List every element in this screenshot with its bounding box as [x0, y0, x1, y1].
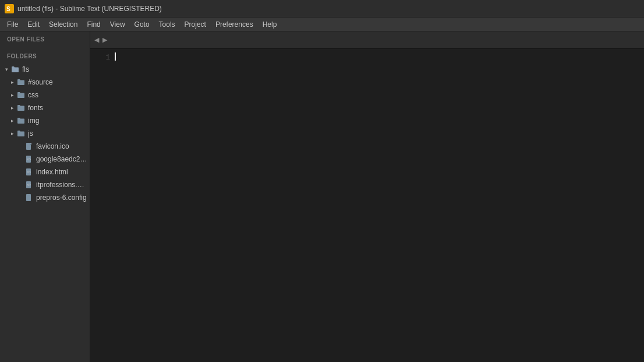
menu-selection[interactable]: Selection [44, 17, 82, 31]
open-files-label: OPEN FILES [0, 31, 90, 45]
tree-item-css[interactable]: css [0, 89, 90, 101]
tab-nav-left[interactable]: ◀ [93, 34, 101, 47]
editor-content[interactable]: 1 [90, 49, 644, 362]
tree-item-index[interactable]: </> index.html [0, 166, 90, 178]
itprofessions-file-icon: </> [24, 180, 34, 189]
css-label: css [28, 91, 38, 99]
cursor-line [115, 52, 644, 63]
itprofessions-label: itprofessions.htm [36, 181, 87, 189]
app-icon: S [5, 4, 14, 13]
tree-item-itprofessions[interactable]: </> itprofessions.htm [0, 178, 90, 191]
tab-nav-right[interactable]: ▶ [101, 34, 109, 47]
google-file-icon: </> [24, 154, 34, 164]
svg-text:</>: </> [27, 157, 31, 161]
prepros-label: prepros-6.config [36, 194, 87, 202]
code-area[interactable] [115, 49, 644, 362]
menu-find[interactable]: Find [82, 17, 105, 31]
tree-item-google[interactable]: </> google8aedc299 [0, 153, 90, 166]
line-number-1: 1 [90, 52, 110, 63]
menu-view[interactable]: View [105, 17, 130, 31]
sidebar: OPEN FILES FOLDERS fls [0, 31, 90, 362]
svg-text:S: S [6, 6, 10, 12]
menu-project[interactable]: Project [180, 17, 211, 31]
menu-help[interactable]: Help [258, 17, 282, 31]
favicon-file-icon [24, 142, 34, 151]
index-label: index.html [36, 168, 68, 176]
svg-text:</>: </> [27, 183, 31, 187]
fonts-label: fonts [28, 104, 43, 112]
menu-file[interactable]: File [2, 17, 23, 31]
tree-item-fonts[interactable]: fonts [0, 101, 90, 114]
fonts-folder-icon [16, 103, 26, 113]
fonts-arrow [8, 104, 16, 112]
editor-area: ◀ ▶ 1 [90, 31, 644, 362]
css-arrow [8, 91, 16, 99]
tree-item-img[interactable]: img [0, 114, 90, 127]
menu-goto[interactable]: Goto [130, 17, 154, 31]
img-arrow [8, 117, 16, 125]
svg-text:</>: </> [27, 170, 31, 174]
prepros-file-icon [24, 193, 34, 202]
js-folder-icon [16, 129, 26, 138]
text-cursor [115, 52, 116, 61]
tree-item-prepros[interactable]: prepros-6.config [0, 191, 90, 204]
file-tree: fls #source css [0, 62, 90, 205]
google-label: google8aedc299 [36, 155, 87, 163]
fls-label: fls [22, 65, 29, 73]
tree-item-source[interactable]: #source [0, 76, 90, 89]
fls-arrow [2, 65, 10, 73]
menu-edit[interactable]: Edit [23, 17, 44, 31]
title-bar: S untitled (fls) - Sublime Text (UNREGIS… [0, 0, 644, 17]
tab-bar: ◀ ▶ [90, 31, 644, 49]
css-folder-icon [16, 90, 26, 100]
js-arrow [8, 129, 16, 138]
folders-label: FOLDERS [0, 48, 90, 62]
favicon-label: favicon.ico [36, 142, 69, 150]
img-folder-icon [16, 116, 26, 125]
source-folder-icon [16, 78, 26, 87]
source-arrow [8, 78, 16, 86]
tree-item-js[interactable]: js [0, 127, 90, 140]
tree-item-fls[interactable]: fls [0, 63, 90, 76]
main-layout: OPEN FILES FOLDERS fls [0, 31, 644, 362]
index-file-icon: </> [24, 167, 34, 177]
fls-folder-icon [10, 65, 20, 74]
img-label: img [28, 117, 39, 125]
source-label: #source [28, 78, 53, 86]
line-numbers: 1 [90, 49, 115, 362]
window-title: untitled (fls) - Sublime Text (UNREGISTE… [17, 5, 162, 13]
menu-bar: File Edit Selection Find View Goto Tools… [0, 17, 644, 31]
svg-rect-10 [26, 194, 31, 201]
menu-tools[interactable]: Tools [154, 17, 180, 31]
js-label: js [28, 129, 33, 138]
tree-item-favicon[interactable]: favicon.ico [0, 140, 90, 153]
menu-preferences[interactable]: Preferences [211, 17, 258, 31]
